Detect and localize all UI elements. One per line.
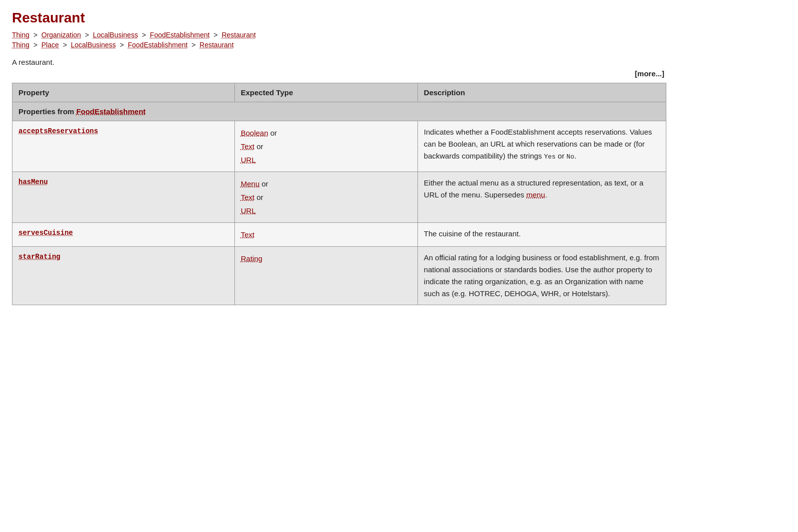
type-link-text-menu[interactable]: Text [241,193,255,201]
supersedes-link-menu[interactable]: menu [526,190,545,199]
header-description: Description [417,83,666,102]
desc-cell-star-rating: An official rating for a lodging busines… [417,247,666,305]
breadcrumb-1: Thing > Organization > LocalBusiness > F… [12,31,666,39]
property-link-accepts-reservations[interactable]: acceptsReservations [18,127,98,135]
breadcrumb-thing-2[interactable]: Thing [12,41,29,49]
table-header-row: Property Expected Type Description [12,83,666,102]
breadcrumb-restaurant-2[interactable]: Restaurant [200,41,233,49]
section-header-cell: Properties from FoodEstablishment [12,102,666,121]
desc-cell-accepts-reservations: Indicates whether a FoodEstablishment ac… [417,121,666,172]
desc-cell-serves-cuisine: The cuisine of the restaurant. [417,223,666,247]
page-title: Restaurant [12,10,666,26]
breadcrumb-restaurant-1[interactable]: Restaurant [221,31,255,39]
breadcrumb-foodestablishment-2[interactable]: FoodEstablishment [128,41,188,49]
page-description: A restaurant. [12,58,666,66]
desc-cell-has-menu: Either the actual menu as a structured r… [417,172,666,223]
breadcrumb-localbusiness-2[interactable]: LocalBusiness [71,41,116,49]
header-expected-type: Expected Type [234,83,417,102]
property-cell-star-rating: starRating [12,247,235,305]
more-link[interactable]: [more...] [12,69,666,78]
breadcrumb-localbusiness-1[interactable]: LocalBusiness [93,31,138,39]
type-link-url-accepts[interactable]: URL [241,156,256,164]
table-row: servesCuisine Text The cuisine of the re… [12,223,666,247]
section-header-link-foodestablishment[interactable]: FoodEstablishment [76,107,146,116]
property-cell-serves-cuisine: servesCuisine [12,223,235,247]
type-cell-has-menu: Menu or Text or URL [234,172,417,223]
type-link-url-menu[interactable]: URL [241,206,256,215]
properties-table: Property Expected Type Description Prope… [12,83,666,305]
section-header-foodestablishment: Properties from FoodEstablishment [12,102,666,121]
section-header-label: Properties from [18,107,76,116]
type-link-text-accepts[interactable]: Text [241,142,255,151]
header-property: Property [12,83,235,102]
type-cell-serves-cuisine: Text [234,223,417,247]
breadcrumb-thing-1[interactable]: Thing [12,31,29,39]
property-link-star-rating[interactable]: starRating [18,253,60,261]
property-cell-accepts-reservations: acceptsReservations [12,121,235,172]
property-link-has-menu[interactable]: hasMenu [18,178,48,186]
table-row: starRating Rating An official rating for… [12,247,666,305]
type-link-rating[interactable]: Rating [241,254,262,263]
type-cell-star-rating: Rating [234,247,417,305]
property-cell-has-menu: hasMenu [12,172,235,223]
table-row: acceptsReservations Boolean or Text or U… [12,121,666,172]
type-link-boolean[interactable]: Boolean [241,129,268,137]
type-link-menu[interactable]: Menu [241,179,260,188]
type-cell-accepts-reservations: Boolean or Text or URL [234,121,417,172]
type-link-text-cuisine[interactable]: Text [241,230,255,239]
breadcrumb-foodestablishment-1[interactable]: FoodEstablishment [150,31,210,39]
breadcrumb-place[interactable]: Place [41,41,59,49]
table-row: hasMenu Menu or Text or URL Either the a… [12,172,666,223]
breadcrumb-2: Thing > Place > LocalBusiness > FoodEsta… [12,41,666,49]
property-link-serves-cuisine[interactable]: servesCuisine [18,229,73,237]
breadcrumb-organization[interactable]: Organization [41,31,81,39]
